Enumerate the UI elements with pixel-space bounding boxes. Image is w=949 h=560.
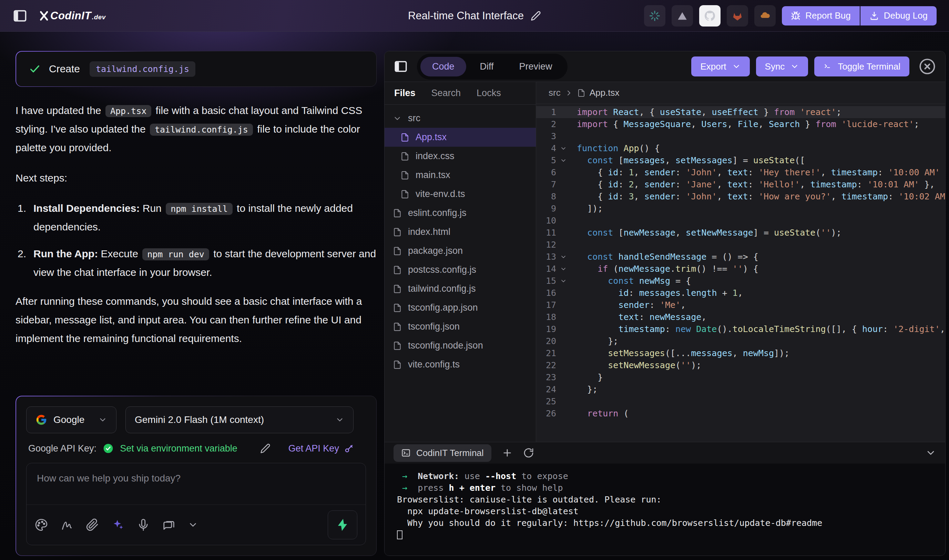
code-line-21: 21 setMessages([...messages, newMsg]); bbox=[536, 347, 945, 359]
tree-file-tailwind.config.js[interactable]: tailwind.config.js bbox=[385, 279, 536, 298]
refresh-terminal-button[interactable] bbox=[523, 448, 534, 458]
text-segment: Run bbox=[140, 203, 164, 214]
line-number: 3 bbox=[536, 130, 556, 142]
code-editor[interactable]: src App.tsx 1import React, { useState, u… bbox=[536, 82, 945, 442]
sync-button[interactable]: Sync bbox=[756, 57, 809, 77]
edit-title-button[interactable] bbox=[531, 11, 541, 21]
github-button[interactable] bbox=[699, 5, 721, 26]
tree-folder-src[interactable]: src bbox=[385, 109, 536, 128]
line-number: 25 bbox=[536, 395, 556, 408]
fold-chevron-icon[interactable] bbox=[556, 275, 571, 287]
fold-chevron-icon[interactable] bbox=[556, 263, 571, 275]
fold-chevron-icon[interactable] bbox=[556, 142, 571, 154]
theme-palette-button[interactable] bbox=[35, 518, 48, 531]
breadcrumb-folder[interactable]: src bbox=[548, 88, 561, 98]
explorer-tabs: FilesSearchLocks bbox=[385, 82, 536, 105]
chevron-right-icon bbox=[565, 89, 573, 97]
netlify-button[interactable] bbox=[644, 5, 666, 26]
tree-file-postcss.config.js[interactable]: postcss.config.js bbox=[385, 260, 536, 279]
more-options-button[interactable] bbox=[188, 518, 198, 531]
tree-file-tsconfig.node.json[interactable]: tsconfig.node.json bbox=[385, 336, 536, 355]
files-panel-toggle-button[interactable] bbox=[393, 59, 408, 74]
closing-paragraph: After running these commands, you should… bbox=[15, 292, 377, 348]
sidebar-toggle-button[interactable] bbox=[12, 8, 28, 23]
tab-code[interactable]: Code bbox=[421, 57, 466, 77]
toggle-terminal-button[interactable]: Toggle Terminal bbox=[814, 57, 909, 77]
line-number: 5 bbox=[536, 154, 556, 166]
new-terminal-button[interactable] bbox=[502, 448, 513, 458]
sync-label: Sync bbox=[765, 61, 785, 72]
code-text: timestamp: new Date().toLocaleTimeString… bbox=[571, 323, 945, 335]
logo-text: CodinIT bbox=[50, 10, 91, 22]
export-button[interactable]: Export bbox=[691, 57, 749, 77]
enhance-prompt-button[interactable] bbox=[111, 518, 125, 531]
get-api-key-link[interactable]: Get API Key bbox=[288, 443, 354, 454]
tree-file-tsconfig.json[interactable]: tsconfig.json bbox=[385, 317, 536, 336]
report-bug-button[interactable]: Report Bug bbox=[782, 6, 860, 26]
tab-search[interactable]: Search bbox=[431, 88, 461, 98]
code-text: { id: 3, sender: 'John', text: 'How are … bbox=[571, 191, 945, 203]
code-line-18: 18 text: newMessage, bbox=[536, 311, 945, 323]
line-number: 15 bbox=[536, 275, 556, 287]
provider-select[interactable]: Google bbox=[26, 406, 117, 433]
vercel-button[interactable] bbox=[672, 5, 693, 26]
tab-preview[interactable]: Preview bbox=[508, 57, 564, 77]
line-number: 17 bbox=[536, 299, 556, 311]
fold-gutter bbox=[556, 383, 571, 395]
terminal-icon bbox=[401, 448, 411, 458]
tree-file-eslint.config.js[interactable]: eslint.config.js bbox=[385, 203, 536, 223]
breadcrumb-file[interactable]: App.tsx bbox=[590, 88, 619, 98]
fold-chevron-icon[interactable] bbox=[556, 251, 571, 263]
code-text: return ( bbox=[571, 408, 629, 420]
file-icon bbox=[393, 266, 402, 274]
code-text: const newMsg = { bbox=[571, 275, 691, 287]
prompt-input[interactable] bbox=[26, 463, 366, 505]
tree-file-package.json[interactable]: package.json bbox=[385, 242, 536, 260]
terminal-tab[interactable]: CodinIT Terminal bbox=[393, 444, 491, 462]
tree-file-vite.config.ts[interactable]: vite.config.ts bbox=[385, 355, 536, 374]
fold-gutter bbox=[556, 166, 571, 178]
voice-input-button[interactable] bbox=[137, 518, 150, 531]
tree-file-tsconfig.app.json[interactable]: tsconfig.app.json bbox=[385, 298, 536, 317]
fold-chevron-icon[interactable] bbox=[556, 154, 571, 166]
attach-file-button[interactable] bbox=[86, 518, 99, 531]
tab-locks[interactable]: Locks bbox=[476, 88, 501, 98]
tree-item-label: postcss.config.js bbox=[408, 265, 476, 275]
fold-gutter bbox=[556, 203, 571, 215]
codinit-logo[interactable]: CodinIT.dev bbox=[38, 10, 106, 22]
tab-files[interactable]: Files bbox=[394, 88, 416, 98]
tree-file-main.tsx[interactable]: main.tsx bbox=[385, 166, 536, 185]
fold-gutter bbox=[556, 408, 571, 420]
report-bug-label: Report Bug bbox=[805, 10, 851, 21]
tree-file-App.tsx[interactable]: App.tsx bbox=[385, 128, 536, 147]
chat-mode-button[interactable] bbox=[162, 518, 176, 531]
tab-diff[interactable]: Diff bbox=[468, 57, 505, 77]
line-number: 19 bbox=[536, 323, 556, 335]
code-line-22: 22 setNewMessage(''); bbox=[536, 359, 945, 371]
task-card: Create tailwind.config.js bbox=[15, 51, 377, 87]
code-line-20: 20 }; bbox=[536, 335, 945, 347]
chevron-down-icon bbox=[98, 415, 107, 424]
inline-code-chip: tailwind.config.js bbox=[150, 124, 253, 136]
tree-file-index.html[interactable]: index.html bbox=[385, 223, 536, 242]
code-line-24: 24 }; bbox=[536, 383, 945, 395]
pencil-icon bbox=[260, 443, 271, 454]
chevron-down-icon bbox=[790, 62, 799, 71]
collapse-terminal-button[interactable] bbox=[925, 448, 936, 458]
model-select[interactable]: Gemini 2.0 Flash (1M context) bbox=[125, 406, 354, 433]
signature-button[interactable] bbox=[60, 518, 73, 531]
debug-log-button[interactable]: Debug Log bbox=[860, 6, 937, 26]
edit-api-key-button[interactable] bbox=[260, 443, 271, 454]
close-panel-button[interactable] bbox=[918, 57, 936, 75]
gitlab-button[interactable] bbox=[727, 5, 748, 26]
cloudflare-button[interactable] bbox=[754, 5, 776, 26]
line-number: 10 bbox=[536, 215, 556, 227]
tree-file-index.css[interactable]: index.css bbox=[385, 147, 536, 166]
code-line-12: 12 bbox=[536, 238, 945, 251]
code-area[interactable]: 1import React, { useState, useEffect } f… bbox=[536, 104, 945, 442]
send-button[interactable] bbox=[328, 511, 357, 539]
code-line-3: 3 bbox=[536, 130, 945, 142]
chevron-down-icon bbox=[393, 114, 402, 123]
tree-file-vite-env.d.ts[interactable]: vite-env.d.ts bbox=[385, 185, 536, 203]
fold-gutter bbox=[556, 191, 571, 203]
